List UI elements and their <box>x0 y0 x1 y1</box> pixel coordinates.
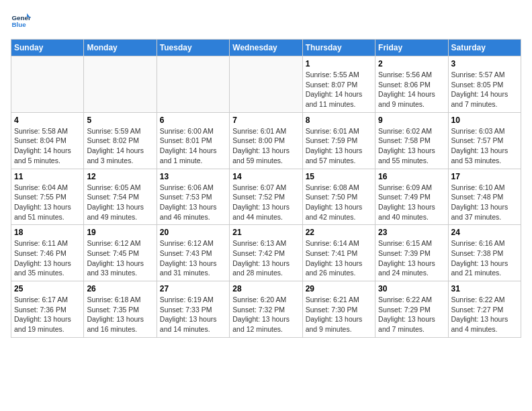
day-number: 17 <box>451 172 518 181</box>
day-info: Sunrise: 6:13 AMSunset: 7:42 PMDaylight:… <box>232 238 299 278</box>
calendar-cell: 25Sunrise: 6:17 AMSunset: 7:36 PMDayligh… <box>11 281 84 338</box>
calendar-cell: 4Sunrise: 5:58 AMSunset: 8:04 PMDaylight… <box>11 112 84 169</box>
day-info: Sunrise: 6:06 AMSunset: 7:53 PMDaylight:… <box>160 183 226 222</box>
day-number: 10 <box>451 116 518 125</box>
day-info: Sunrise: 6:12 AMSunset: 7:43 PMDaylight:… <box>160 238 226 278</box>
calendar-cell: 6Sunrise: 6:00 AMSunset: 8:01 PMDaylight… <box>157 112 229 169</box>
page-header: General Blue <box>11 11 521 31</box>
day-number: 20 <box>160 228 226 237</box>
calendar-cell <box>157 56 229 113</box>
calendar-cell: 18Sunrise: 6:11 AMSunset: 7:46 PMDayligh… <box>11 225 84 281</box>
calendar-cell: 28Sunrise: 6:20 AMSunset: 7:32 PMDayligh… <box>230 281 302 338</box>
calendar-cell: 9Sunrise: 6:02 AMSunset: 7:58 PMDaylight… <box>375 112 448 169</box>
day-info: Sunrise: 6:01 AMSunset: 8:00 PMDaylight:… <box>232 126 299 166</box>
calendar-cell: 26Sunrise: 6:18 AMSunset: 7:35 PMDayligh… <box>84 281 157 338</box>
day-number: 9 <box>378 116 445 125</box>
calendar-cell <box>84 56 157 113</box>
day-number: 24 <box>451 228 518 237</box>
calendar-cell: 19Sunrise: 6:12 AMSunset: 7:45 PMDayligh… <box>84 225 157 281</box>
logo-icon: General Blue <box>11 11 31 31</box>
day-number: 7 <box>232 116 299 125</box>
calendar-cell: 5Sunrise: 5:59 AMSunset: 8:02 PMDaylight… <box>84 112 157 169</box>
day-info: Sunrise: 6:00 AMSunset: 8:01 PMDaylight:… <box>160 126 226 166</box>
calendar-cell: 16Sunrise: 6:09 AMSunset: 7:49 PMDayligh… <box>375 169 448 225</box>
weekday-header-sunday: Sunday <box>11 40 84 56</box>
day-info: Sunrise: 6:08 AMSunset: 7:50 PMDaylight:… <box>306 183 372 222</box>
weekday-header-monday: Monday <box>84 40 157 56</box>
day-number: 8 <box>306 116 372 125</box>
day-number: 13 <box>160 172 226 181</box>
day-number: 11 <box>14 172 81 181</box>
calendar-cell: 1Sunrise: 5:55 AMSunset: 8:07 PMDaylight… <box>302 56 375 113</box>
calendar-cell: 21Sunrise: 6:13 AMSunset: 7:42 PMDayligh… <box>230 225 302 281</box>
logo: General Blue <box>11 11 31 31</box>
day-info: Sunrise: 6:14 AMSunset: 7:41 PMDaylight:… <box>306 238 372 278</box>
svg-text:Blue: Blue <box>12 21 27 28</box>
day-number: 19 <box>87 228 153 237</box>
day-number: 3 <box>451 59 518 68</box>
calendar-cell: 3Sunrise: 5:57 AMSunset: 8:05 PMDaylight… <box>448 56 521 113</box>
day-info: Sunrise: 6:02 AMSunset: 7:58 PMDaylight:… <box>378 126 445 166</box>
calendar-cell: 27Sunrise: 6:19 AMSunset: 7:33 PMDayligh… <box>157 281 229 338</box>
day-info: Sunrise: 6:22 AMSunset: 7:27 PMDaylight:… <box>451 295 518 334</box>
day-info: Sunrise: 6:15 AMSunset: 7:39 PMDaylight:… <box>378 238 445 278</box>
calendar-cell: 10Sunrise: 6:03 AMSunset: 7:57 PMDayligh… <box>448 112 521 169</box>
day-info: Sunrise: 6:19 AMSunset: 7:33 PMDaylight:… <box>160 295 226 334</box>
calendar-cell: 30Sunrise: 6:22 AMSunset: 7:29 PMDayligh… <box>375 281 448 338</box>
day-number: 22 <box>306 228 372 237</box>
calendar-cell: 2Sunrise: 5:56 AMSunset: 8:06 PMDaylight… <box>375 56 448 113</box>
day-number: 16 <box>378 172 445 181</box>
day-info: Sunrise: 5:55 AMSunset: 8:07 PMDaylight:… <box>306 70 372 109</box>
day-number: 28 <box>232 284 299 293</box>
day-info: Sunrise: 6:10 AMSunset: 7:48 PMDaylight:… <box>451 183 518 222</box>
calendar-cell: 14Sunrise: 6:07 AMSunset: 7:52 PMDayligh… <box>230 169 302 225</box>
day-number: 6 <box>160 116 226 125</box>
day-number: 1 <box>306 59 372 68</box>
calendar-cell: 31Sunrise: 6:22 AMSunset: 7:27 PMDayligh… <box>448 281 521 338</box>
calendar-cell: 24Sunrise: 6:16 AMSunset: 7:38 PMDayligh… <box>448 225 521 281</box>
day-info: Sunrise: 6:12 AMSunset: 7:45 PMDaylight:… <box>87 238 153 278</box>
day-number: 4 <box>14 116 81 125</box>
day-info: Sunrise: 6:09 AMSunset: 7:49 PMDaylight:… <box>378 183 445 222</box>
weekday-header-friday: Friday <box>375 40 448 56</box>
day-info: Sunrise: 6:18 AMSunset: 7:35 PMDaylight:… <box>87 295 153 334</box>
day-number: 5 <box>87 116 153 125</box>
calendar-week-row: 1Sunrise: 5:55 AMSunset: 8:07 PMDaylight… <box>11 56 521 113</box>
calendar-table: SundayMondayTuesdayWednesdayThursdayFrid… <box>11 39 521 338</box>
weekday-header-wednesday: Wednesday <box>230 40 302 56</box>
calendar-cell: 23Sunrise: 6:15 AMSunset: 7:39 PMDayligh… <box>375 225 448 281</box>
day-info: Sunrise: 6:22 AMSunset: 7:29 PMDaylight:… <box>378 295 445 334</box>
day-number: 15 <box>306 172 372 181</box>
calendar-cell <box>230 56 302 113</box>
calendar-cell: 7Sunrise: 6:01 AMSunset: 8:00 PMDaylight… <box>230 112 302 169</box>
day-number: 21 <box>232 228 299 237</box>
calendar-cell: 15Sunrise: 6:08 AMSunset: 7:50 PMDayligh… <box>302 169 375 225</box>
calendar-cell: 17Sunrise: 6:10 AMSunset: 7:48 PMDayligh… <box>448 169 521 225</box>
day-number: 29 <box>306 284 372 293</box>
calendar-cell: 8Sunrise: 6:01 AMSunset: 7:59 PMDaylight… <box>302 112 375 169</box>
calendar-cell: 11Sunrise: 6:04 AMSunset: 7:55 PMDayligh… <box>11 169 84 225</box>
day-info: Sunrise: 6:01 AMSunset: 7:59 PMDaylight:… <box>306 126 372 166</box>
day-info: Sunrise: 5:57 AMSunset: 8:05 PMDaylight:… <box>451 70 518 109</box>
day-info: Sunrise: 6:04 AMSunset: 7:55 PMDaylight:… <box>14 183 81 222</box>
day-number: 18 <box>14 228 81 237</box>
day-info: Sunrise: 5:58 AMSunset: 8:04 PMDaylight:… <box>14 126 81 166</box>
calendar-cell <box>11 56 84 113</box>
calendar-cell: 29Sunrise: 6:21 AMSunset: 7:30 PMDayligh… <box>302 281 375 338</box>
day-info: Sunrise: 6:20 AMSunset: 7:32 PMDaylight:… <box>232 295 299 334</box>
calendar-week-row: 25Sunrise: 6:17 AMSunset: 7:36 PMDayligh… <box>11 281 521 338</box>
calendar-week-row: 4Sunrise: 5:58 AMSunset: 8:04 PMDaylight… <box>11 112 521 169</box>
day-info: Sunrise: 6:03 AMSunset: 7:57 PMDaylight:… <box>451 126 518 166</box>
day-number: 23 <box>378 228 445 237</box>
day-number: 31 <box>451 284 518 293</box>
weekday-header-saturday: Saturday <box>448 40 521 56</box>
calendar-cell: 22Sunrise: 6:14 AMSunset: 7:41 PMDayligh… <box>302 225 375 281</box>
calendar-week-row: 18Sunrise: 6:11 AMSunset: 7:46 PMDayligh… <box>11 225 521 281</box>
weekday-header-row: SundayMondayTuesdayWednesdayThursdayFrid… <box>11 40 521 56</box>
day-info: Sunrise: 6:11 AMSunset: 7:46 PMDaylight:… <box>14 238 81 278</box>
day-info: Sunrise: 5:56 AMSunset: 8:06 PMDaylight:… <box>378 70 445 109</box>
day-info: Sunrise: 6:05 AMSunset: 7:54 PMDaylight:… <box>87 183 153 222</box>
calendar-cell: 20Sunrise: 6:12 AMSunset: 7:43 PMDayligh… <box>157 225 229 281</box>
day-number: 26 <box>87 284 153 293</box>
weekday-header-tuesday: Tuesday <box>157 40 229 56</box>
